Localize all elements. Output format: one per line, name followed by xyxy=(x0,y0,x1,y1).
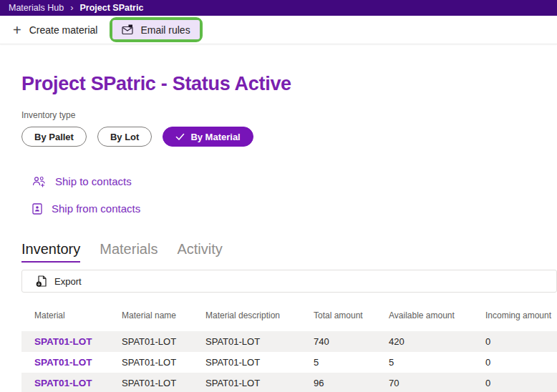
pill-by-pallet-label: By Pallet xyxy=(34,132,74,142)
create-material-button[interactable]: + Create material xyxy=(13,23,97,37)
pill-by-pallet[interactable]: By Pallet xyxy=(21,127,87,147)
tab-activity[interactable]: Activity xyxy=(177,241,222,263)
cell-incoming-amount: 0 xyxy=(485,336,557,347)
column-header-material-name[interactable]: Material name xyxy=(122,310,205,320)
page-title: Project SPatric - Status Active xyxy=(21,73,557,95)
ship-to-contacts-label: Ship to contacts xyxy=(55,175,132,187)
cell-available-amount: 420 xyxy=(389,336,485,347)
cell-material-description: SPAT01-LOT xyxy=(205,357,314,368)
ship-from-contacts-label: Ship from contacts xyxy=(52,202,140,215)
ship-from-contacts-link[interactable]: Ship from contacts xyxy=(32,202,557,215)
ship-to-contacts-link[interactable]: Ship to contacts xyxy=(32,175,557,187)
cell-material-name: SPAT01-LOT xyxy=(122,336,205,347)
main-content: Project SPatric - Status Active Inventor… xyxy=(0,73,557,392)
command-toolbar: + Create material Email rules xyxy=(0,16,557,44)
pill-by-lot-label: By Lot xyxy=(110,132,139,142)
table-row[interactable]: SPAT01-LOT SPAT01-LOT SPAT01-LOT 5 5 0 xyxy=(21,352,557,373)
mail-icon xyxy=(122,24,134,35)
export-button[interactable]: Export xyxy=(21,270,557,293)
cell-material-description: SPAT01-LOT xyxy=(205,336,314,347)
table-header-row: Material Material name Material descript… xyxy=(21,305,557,325)
material-link[interactable]: SPAT01-LOT xyxy=(34,357,122,368)
tab-inventory[interactable]: Inventory xyxy=(21,241,80,263)
quick-links: Ship to contacts Ship from contacts xyxy=(32,175,557,215)
pill-by-lot[interactable]: By Lot xyxy=(97,127,152,147)
column-header-material[interactable]: Material xyxy=(34,310,122,320)
create-material-label: Create material xyxy=(29,24,98,36)
export-document-icon xyxy=(36,275,47,288)
column-header-total-amount[interactable]: Total amount xyxy=(314,310,389,320)
breadcrumb-chevron-icon: › xyxy=(70,2,73,13)
app-top-bar: Materials Hub › Project SPatric xyxy=(0,0,557,16)
breadcrumb-current: Project SPatric xyxy=(79,3,143,13)
email-rules-highlight-box: Email rules xyxy=(110,17,202,42)
cell-material-description: SPAT01-LOT xyxy=(205,378,314,388)
cell-total-amount: 740 xyxy=(314,336,389,347)
tab-materials[interactable]: Materials xyxy=(100,241,158,263)
inventory-type-label: Inventory type xyxy=(21,110,557,120)
material-link[interactable]: SPAT01-LOT xyxy=(34,378,122,388)
export-label: Export xyxy=(54,276,82,287)
email-rules-label: Email rules xyxy=(140,24,190,36)
pill-by-material[interactable]: By Material xyxy=(163,127,253,147)
column-header-available-amount[interactable]: Available amount xyxy=(389,310,485,320)
table-row[interactable]: SPAT01-LOT SPAT01-LOT SPAT01-LOT 740 420… xyxy=(21,331,557,352)
checkmark-icon xyxy=(175,133,185,141)
inventory-type-choice-group: By Pallet By Lot By Material xyxy=(21,127,557,147)
plus-icon: + xyxy=(13,23,21,37)
cell-incoming-amount: 0 xyxy=(485,378,557,388)
tab-bar: Inventory Materials Activity xyxy=(21,241,557,263)
cell-total-amount: 5 xyxy=(314,357,389,368)
column-header-material-description[interactable]: Material description xyxy=(205,310,314,320)
cell-incoming-amount: 0 xyxy=(485,357,557,368)
email-rules-button[interactable]: Email rules xyxy=(112,20,199,39)
cell-total-amount: 96 xyxy=(314,378,389,388)
column-header-incoming-amount[interactable]: Incoming amount xyxy=(485,310,557,320)
cell-material-name: SPAT01-LOT xyxy=(122,357,205,368)
people-add-icon xyxy=(32,176,46,187)
table-row[interactable]: SPAT01-LOT SPAT01-LOT SPAT01-LOT 96 70 0 xyxy=(21,373,557,392)
contact-card-icon xyxy=(32,203,42,215)
inventory-table: Material Material name Material descript… xyxy=(21,305,557,392)
pill-by-material-label: By Material xyxy=(190,132,240,142)
breadcrumb-root[interactable]: Materials Hub xyxy=(9,3,64,13)
cell-available-amount: 70 xyxy=(389,378,485,388)
cell-material-name: SPAT01-LOT xyxy=(122,378,205,388)
cell-available-amount: 5 xyxy=(389,357,485,368)
material-link[interactable]: SPAT01-LOT xyxy=(34,336,122,347)
